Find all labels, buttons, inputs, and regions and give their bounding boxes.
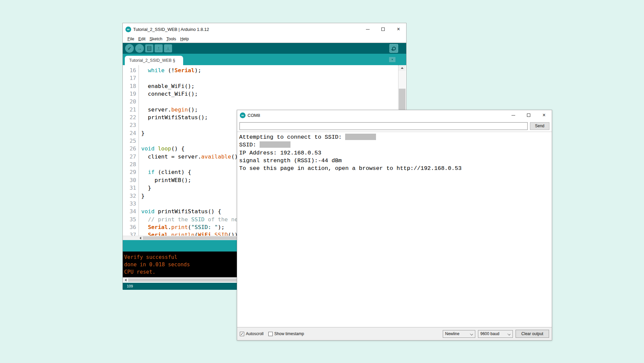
clear-output-button[interactable]: Clear output: [516, 330, 549, 338]
line-number: 33: [123, 200, 136, 208]
line-number: 32: [123, 192, 136, 200]
line-number: 26: [123, 145, 136, 152]
status-line-number: 109: [127, 284, 133, 288]
line-number: 22: [123, 114, 136, 121]
code-line: 20: [123, 98, 406, 105]
code-line: 19 connect_WiFi();: [123, 90, 406, 98]
line-ending-value: Newline: [445, 331, 460, 336]
timestamp-checkbox[interactable]: [268, 332, 273, 336]
maximize-icon[interactable]: [375, 23, 391, 35]
ide-tabbar: Tutorial_2_SSID_WEB § ▼: [123, 54, 406, 65]
code-line: 18 enable_WiFi();: [123, 82, 406, 90]
serial-input[interactable]: [239, 122, 528, 130]
new-sketch-button[interactable]: [145, 44, 153, 52]
redacted-ssid: [345, 134, 376, 140]
upload-button[interactable]: →: [135, 44, 144, 53]
minimize-icon[interactable]: [505, 110, 521, 120]
serial-output-line: To see this page in action, open a brows…: [239, 165, 552, 172]
open-button[interactable]: ↑⋯⋯: [155, 44, 163, 52]
line-number: 18: [123, 82, 136, 90]
serial-output: Attempting to connect to SSID: SSID: IP …: [237, 132, 552, 327]
line-number: 28: [123, 161, 136, 168]
line-number: 20: [123, 98, 136, 105]
maximize-icon[interactable]: [521, 110, 536, 120]
open-arrow-icon: ↑⋯⋯: [156, 46, 161, 51]
chevron-down-icon: [470, 332, 473, 335]
save-button[interactable]: ↓⋯⋯: [164, 44, 172, 52]
ide-titlebar: ∞ Tutorial_2_SSID_WEB | Arduino 1.8.12 ×: [123, 23, 406, 35]
menu-sketch[interactable]: Sketch: [148, 37, 164, 41]
serial-monitor-button[interactable]: [389, 44, 398, 53]
menu-edit[interactable]: Edit: [136, 37, 148, 41]
magnifier-icon: [392, 47, 396, 50]
tab-tutorial-2-ssid-web[interactable]: Tutorial_2_SSID_WEB §: [125, 56, 183, 65]
line-number: 35: [123, 216, 136, 223]
serial-output-line: signal strength (RSSI):-44 dBm: [239, 157, 552, 165]
line-number: 17: [123, 74, 136, 82]
line-number: 34: [123, 208, 136, 215]
arduino-logo-icon: ∞: [240, 112, 246, 118]
line-number: 37: [123, 231, 136, 236]
autoscroll-option[interactable]: ✓ Autoscroll: [240, 331, 264, 336]
close-icon[interactable]: ×: [536, 110, 552, 120]
menu-tools[interactable]: Tools: [164, 37, 178, 41]
ide-window-title: Tutorial_2_SSID_WEB | Arduino 1.8.12: [133, 27, 209, 32]
serial-window-controls: ×: [505, 110, 552, 120]
autoscroll-label: Autoscroll: [246, 331, 264, 336]
line-number: 25: [123, 137, 136, 145]
line-number: 29: [123, 168, 136, 176]
line-number: 19: [123, 90, 136, 98]
scroll-up-icon[interactable]: [398, 65, 406, 71]
redacted-ssid: [260, 141, 290, 148]
line-number: 24: [123, 129, 136, 137]
ide-menubar: File Edit Sketch Tools Help: [123, 35, 406, 43]
serial-output-line: Attempting to connect to SSID:: [239, 133, 552, 141]
menu-file[interactable]: File: [125, 37, 136, 41]
send-button[interactable]: Send: [530, 122, 549, 130]
verify-button[interactable]: ✓: [125, 44, 134, 53]
serial-monitor-window: ∞ COM8 × Send Attempting to connect to S…: [237, 110, 552, 341]
menu-help[interactable]: Help: [178, 37, 191, 41]
line-number: 30: [123, 176, 136, 184]
line-number: 31: [123, 184, 136, 192]
serial-titlebar: ∞ COM8 ×: [237, 110, 552, 120]
line-number: 27: [123, 153, 136, 161]
timestamp-label: Show timestamp: [274, 331, 304, 336]
document-icon: [147, 46, 151, 51]
ide-window-controls: ×: [360, 23, 406, 35]
minimize-icon[interactable]: [360, 23, 375, 35]
timestamp-option[interactable]: Show timestamp: [268, 331, 304, 336]
serial-bottom-bar: ✓ Autoscroll Show timestamp Newline 9600…: [237, 327, 552, 340]
ide-toolbar: ✓ → ↑⋯⋯ ↓⋯⋯: [123, 43, 406, 54]
line-number: 21: [123, 106, 136, 114]
close-icon[interactable]: ×: [391, 23, 406, 35]
line-number: 23: [123, 121, 136, 129]
chevron-down-icon: [507, 332, 511, 335]
serial-send-row: Send: [237, 120, 552, 132]
serial-settings: Newline 9600 baud Clear output: [443, 330, 549, 338]
serial-window-title: COM8: [248, 113, 260, 118]
serial-output-line: SSID:: [239, 141, 552, 149]
line-number: 36: [123, 223, 136, 231]
code-line: 16 while (!Serial);: [123, 66, 406, 74]
baud-rate-select[interactable]: 9600 baud: [478, 330, 513, 338]
save-arrow-icon: ↓⋯⋯: [166, 46, 170, 51]
console-scroll-left-icon[interactable]: [123, 278, 128, 282]
line-ending-select[interactable]: Newline: [443, 330, 475, 338]
code-line: 17: [123, 74, 406, 82]
autoscroll-checkbox[interactable]: ✓: [240, 332, 244, 336]
serial-output-line: IP Address: 192.168.0.53: [239, 149, 552, 157]
scroll-left-icon[interactable]: [138, 236, 143, 240]
line-number: 16: [123, 66, 136, 74]
arduino-logo-icon: ∞: [125, 27, 131, 32]
baud-rate-value: 9600 baud: [480, 331, 499, 336]
tab-list-dropdown-icon[interactable]: ▼: [389, 57, 395, 62]
